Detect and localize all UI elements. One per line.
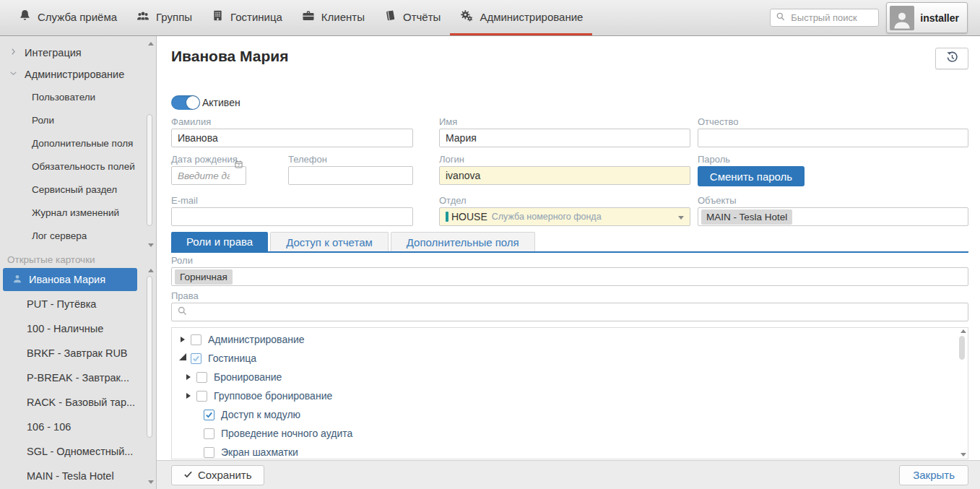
department-label: Отдел [439,195,690,207]
open-card-main[interactable]: MAIN - Tesla Hotel [0,464,156,488]
page-title: Иванова Мария [171,48,968,69]
sidebar-item-integration[interactable]: Интеграция [0,42,156,64]
tab-additional-fields[interactable]: Дополнительные поля [391,232,535,251]
checkbox[interactable] [191,334,201,345]
department-name: Служба номерного фонда [492,212,602,222]
main-nav: Служба приёма Группы Гостиница Клиенты О… [0,0,592,35]
tree-label: Доступ к модулю [221,409,300,420]
user-menu[interactable]: installer [886,2,968,33]
sidebar-item-users[interactable]: Пользователи [0,85,156,108]
scroll-down-icon[interactable] [148,480,154,484]
history-icon [945,51,959,66]
objects-field[interactable]: MAIN - Tesla Hotel [698,207,968,226]
last-name-field[interactable] [171,129,413,147]
open-cards-list: Иванова Мария PUT - Путёвка 100 - Наличн… [0,268,156,488]
tab-reception-service[interactable]: Служба приёма [9,0,126,35]
scroll-up-icon[interactable] [961,329,966,333]
tab-label: Служба приёма [38,11,117,23]
department-select[interactable]: HOUSE Служба номерного фонда [439,207,690,226]
sidebar-item-roles[interactable]: Роли [0,108,156,131]
search-icon [776,12,786,25]
change-password-button[interactable]: Сменить пароль [698,166,805,186]
open-card-106[interactable]: 106 - 106 [0,415,156,439]
chevron-right-icon [9,47,18,59]
tree-scrollbar[interactable] [959,329,966,456]
tab-clients[interactable]: Клиенты [292,0,374,35]
chevron-down-icon [9,69,18,80]
object-chip: MAIN - Tesla Hotel [701,209,792,225]
expand-icon[interactable] [183,374,194,380]
checkbox[interactable] [196,391,207,402]
tree-row-group-booking: Групповое бронирование [172,386,968,405]
open-card-p-break[interactable]: P-BREAK - Завтрак... [0,365,156,390]
history-button[interactable] [935,48,968,69]
first-name-field[interactable] [439,129,690,147]
sidebar-item-server-log[interactable]: Лог сервера [0,224,156,247]
gears-icon [459,9,474,25]
checkbox[interactable] [191,353,201,364]
scroll-up-icon[interactable] [148,42,154,46]
scrollbar-thumb[interactable] [147,276,152,438]
calendar-icon[interactable]: 7 [234,159,243,172]
open-cards-scrollbar[interactable] [147,269,154,484]
tab-administration[interactable]: Администрирование [450,0,592,35]
sidebar-nav: Интеграция Администрирование Пользовател… [0,36,156,247]
tab-roles-and-permissions[interactable]: Роли и права [171,232,268,251]
close-button[interactable]: Закрыть [899,465,968,485]
checkbox[interactable] [204,447,214,458]
quick-search [770,9,879,27]
scroll-up-icon[interactable] [148,269,154,272]
open-card-ivanova[interactable]: Иванова Мария [3,268,137,291]
scrollbar-thumb[interactable] [959,336,965,360]
sidebar-item-label: Интеграция [25,47,82,59]
tab-groups[interactable]: Группы [126,0,201,35]
topbar-right: installer [770,0,980,35]
permissions-search-input[interactable] [192,306,963,319]
sidebar-item-required-fields[interactable]: Обязательность полей [0,155,156,178]
open-card-put[interactable]: PUT - Путёвка [0,292,156,316]
checkbox[interactable] [196,372,207,383]
collapse-icon[interactable] [178,356,188,360]
permissions-label: Права [171,290,968,302]
expand-icon[interactable] [178,337,188,342]
login-field[interactable] [439,166,690,185]
tree-label: Администрирование [208,334,305,345]
sidebar-item-custom-fields[interactable]: Дополнительные поля [0,131,156,155]
sidebar-item-change-log[interactable]: Журнал изменений [0,201,156,224]
open-card-sgl[interactable]: SGL - Одноместный... [0,439,156,464]
open-card-rack[interactable]: RACK - Базовый тар... [0,390,156,415]
tab-hotel[interactable]: Гостиница [201,0,292,35]
tree-row-booking: Бронирование [172,368,968,386]
save-button[interactable]: Сохранить [171,465,264,485]
card-footer: Сохранить Закрыть [157,460,980,489]
tab-label: Группы [156,11,192,23]
roles-label: Роли [171,255,968,267]
tab-report-access[interactable]: Доступ к отчетам [270,232,389,251]
check-icon [183,469,193,481]
tree-row-room-rack: Экран шахматки [172,443,968,459]
sidebar-nav-scrollbar[interactable] [147,42,154,247]
scroll-down-icon[interactable] [148,243,154,247]
expand-icon[interactable] [183,393,194,399]
quick-search-input[interactable] [789,12,873,24]
checkbox[interactable] [204,428,214,439]
tab-label: Гостиница [230,11,282,23]
roles-field[interactable]: Горничная [171,267,968,286]
scrollbar-thumb[interactable] [147,114,152,226]
email-field[interactable] [171,207,413,226]
sidebar-item-administration[interactable]: Администрирование [0,64,156,85]
tab-reports[interactable]: Отчёты [374,0,450,35]
active-toggle[interactable] [171,95,200,110]
scroll-down-icon[interactable] [961,453,966,456]
role-chip: Горничная [175,269,233,285]
open-card-brkf[interactable]: BRKF - Завтрак RUB [0,341,156,365]
sidebar-item-service-section[interactable]: Сервисный раздел [0,178,156,201]
open-card-100[interactable]: 100 - Наличные [0,316,156,341]
active-toggle-row: Активен [171,95,968,110]
middle-name-field[interactable] [698,129,968,147]
checkbox[interactable] [204,410,214,420]
tab-label: Администрирование [480,11,583,23]
search-icon [177,306,188,319]
phone-field[interactable] [288,166,413,185]
building-icon [211,9,225,25]
